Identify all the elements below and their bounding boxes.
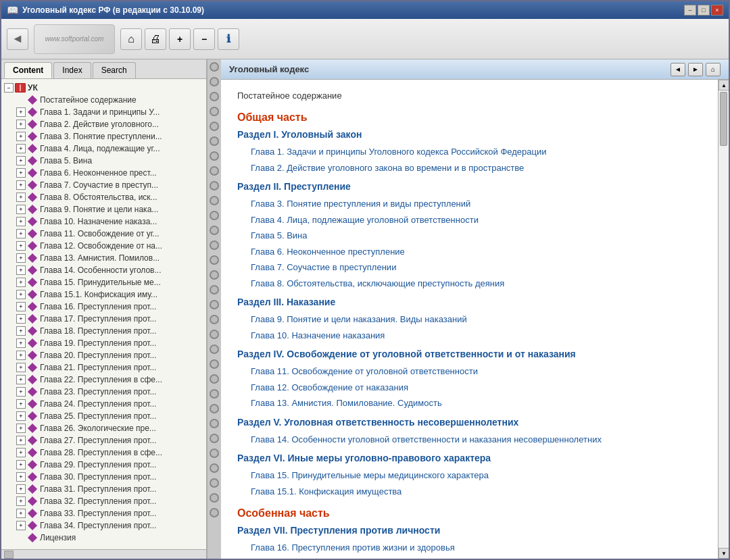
expand-btn-9[interactable]: +: [16, 205, 26, 214]
tree-item-0[interactable]: Постатейное содержание: [16, 94, 203, 106]
print-button[interactable]: 🖨: [145, 28, 166, 50]
section-2-link-3[interactable]: Глава 6. Неоконченное преступление: [237, 244, 702, 260]
tree-item-36[interactable]: Лицензия: [16, 532, 203, 544]
tree-item-19[interactable]: + Глава 18. Преступления прот...: [16, 325, 203, 337]
expand-btn-28[interactable]: +: [16, 436, 26, 445]
scroll-down-arrow[interactable]: ▼: [719, 548, 729, 559]
expand-btn-13[interactable]: +: [16, 253, 26, 263]
tree-item-20[interactable]: + Глава 19. Преступления прот...: [16, 337, 203, 349]
expand-btn-29[interactable]: +: [16, 448, 26, 457]
expand-btn-33[interactable]: +: [16, 497, 26, 506]
expand-btn-25[interactable]: +: [16, 399, 26, 409]
zoom-out-button[interactable]: −: [193, 28, 215, 50]
expand-btn-22[interactable]: +: [16, 363, 26, 372]
expand-btn-15[interactable]: +: [16, 278, 26, 287]
tree-item-10[interactable]: + Глава 10. Назначение наказа...: [16, 215, 203, 228]
tree-item-11[interactable]: + Глава 11. Освобождение от уг...: [16, 228, 203, 240]
section-3-link-0[interactable]: Глава 9. Понятие и цели наказания. Виды …: [237, 311, 702, 328]
section-1-link-1[interactable]: Глава 2. Действие уголовного закона во в…: [237, 160, 702, 176]
tree-item-29[interactable]: + Глава 28. Преступления в сфе...: [16, 447, 203, 459]
tree-item-21[interactable]: + Глава 20. Преступления прот...: [16, 349, 203, 361]
tree-item-31[interactable]: + Глава 30. Преступления прот...: [16, 471, 203, 483]
back-button[interactable]: ◄: [7, 28, 28, 50]
expand-btn-16[interactable]: +: [16, 290, 26, 299]
expand-btn-27[interactable]: +: [16, 424, 26, 433]
minimize-button[interactable]: –: [684, 5, 696, 16]
expand-btn-32[interactable]: +: [16, 484, 26, 494]
tree-item-22[interactable]: + Глава 21. Преступления прот...: [16, 361, 203, 374]
expand-btn-11[interactable]: +: [16, 229, 26, 238]
tree-item-34[interactable]: + Глава 33. Преступления прот...: [16, 507, 203, 519]
tree-item-18[interactable]: + Глава 17. Преступления прот...: [16, 313, 203, 325]
tree-item-7[interactable]: + Глава 7. Соучастие в преступ...: [16, 179, 203, 191]
section-3-link-1[interactable]: Глава 10. Назначение наказания: [237, 328, 702, 344]
section-2-link-2[interactable]: Глава 5. Вина: [237, 228, 702, 244]
info-button[interactable]: ℹ: [218, 28, 239, 50]
special-section-7-link-1[interactable]: Глава 18. Преступления против половой не…: [237, 556, 702, 559]
tree-item-27[interactable]: + Глава 26. Экологические пре...: [16, 422, 203, 434]
section-6-link-1[interactable]: Глава 15.1. Конфискация имущества: [237, 484, 702, 500]
section-5-link-0[interactable]: Глава 14. Особенности уголовной ответств…: [237, 432, 702, 448]
section-4-link-1[interactable]: Глава 12. Освобождение от наказания: [237, 380, 702, 396]
tree-item-33[interactable]: + Глава 32. Преступления прот...: [16, 495, 203, 507]
expand-btn-14[interactable]: +: [16, 265, 26, 275]
section-6-link-0[interactable]: Глава 15. Принудительные меры медицинско…: [237, 467, 702, 484]
nav-forward-button[interactable]: ►: [688, 63, 703, 76]
nav-home-button[interactable]: ⌂: [706, 63, 721, 76]
section-4-link-0[interactable]: Глава 11. Освобождение от уголовной отве…: [237, 363, 702, 380]
tree-item-23[interactable]: + Глава 22. Преступления в сфе...: [16, 374, 203, 386]
tree-item-5[interactable]: + Глава 5. Вина: [16, 155, 203, 167]
expand-btn-18[interactable]: +: [16, 314, 26, 324]
expand-btn-24[interactable]: +: [16, 387, 26, 397]
expand-btn-2[interactable]: +: [16, 120, 26, 129]
tree-item-17[interactable]: + Глава 16. Преступления прот...: [16, 301, 203, 313]
tab-search[interactable]: Search: [93, 62, 136, 78]
home-button[interactable]: ⌂: [120, 28, 142, 50]
tree-item-15[interactable]: + Глава 15. Принудительные ме...: [16, 276, 203, 288]
tree-item-14[interactable]: + Глава 14. Особенности уголов...: [16, 264, 203, 276]
zoom-in-button[interactable]: +: [169, 28, 191, 50]
expand-btn-3[interactable]: +: [16, 132, 26, 141]
tree-horizontal-scrollbar[interactable]: [1, 549, 206, 559]
scroll-thumb[interactable]: [720, 92, 727, 146]
section-2-link-0[interactable]: Глава 3. Понятие преступления и виды пре…: [237, 196, 702, 212]
tree-item-13[interactable]: + Глава 13. Амнистия. Помилов...: [16, 252, 203, 264]
expand-btn-35[interactable]: +: [16, 521, 26, 530]
expand-btn-8[interactable]: +: [16, 193, 26, 202]
right-scrollbar[interactable]: ▲ ▼: [718, 80, 729, 559]
close-button[interactable]: ×: [711, 5, 723, 16]
tree-item-12[interactable]: + Глава 12. Освобождение от на...: [16, 240, 203, 252]
expand-btn-6[interactable]: +: [16, 168, 26, 178]
tree-item-3[interactable]: + Глава 3. Понятие преступлени...: [16, 130, 203, 143]
tree-item-25[interactable]: + Глава 24. Преступления прот...: [16, 398, 203, 410]
tree-item-8[interactable]: + Глава 8. Обстоятельства, иск...: [16, 191, 203, 203]
expand-btn-31[interactable]: +: [16, 472, 26, 482]
expand-btn-20[interactable]: +: [16, 338, 26, 348]
section-2-link-5[interactable]: Глава 8. Обстоятельства, исключающие пре…: [237, 276, 702, 292]
expand-btn-17[interactable]: +: [16, 302, 26, 311]
expand-btn-34[interactable]: +: [16, 509, 26, 518]
tree-item-32[interactable]: + Глава 31. Преступления прот...: [16, 483, 203, 495]
tree-item-24[interactable]: + Глава 23. Преступления прот...: [16, 386, 203, 398]
tree-item-30[interactable]: + Глава 29. Преступления прот...: [16, 459, 203, 471]
expand-btn-21[interactable]: +: [16, 351, 26, 360]
section-4-link-2[interactable]: Глава 13. Амнистия. Помилование. Судимос…: [237, 395, 702, 411]
tree-item-26[interactable]: + Глава 25. Преступления прот...: [16, 410, 203, 422]
expand-btn-26[interactable]: +: [16, 411, 26, 421]
tree-item-6[interactable]: + Глава 6. Неоконченное прест...: [16, 167, 203, 179]
tree-item-2[interactable]: + Глава 2. Действие уголовного...: [16, 118, 203, 130]
tab-content[interactable]: Content: [4, 62, 52, 78]
section-1-link-0[interactable]: Глава 1. Задачи и принципы Уголовного ко…: [237, 144, 702, 160]
expand-btn-1[interactable]: +: [16, 107, 26, 117]
special-section-7-link-0[interactable]: Глава 16. Преступления против жизни и зд…: [237, 540, 702, 556]
root-expand-btn[interactable]: −: [4, 83, 14, 93]
tree-item-16[interactable]: + Глава 15.1. Конфискация иму...: [16, 288, 203, 301]
tree-item-1[interactable]: + Глава 1. Задачи и принципы У...: [16, 106, 203, 118]
tab-index[interactable]: Index: [53, 62, 91, 78]
expand-btn-12[interactable]: +: [16, 241, 26, 251]
expand-btn-4[interactable]: +: [16, 144, 26, 153]
maximize-button[interactable]: □: [698, 5, 710, 16]
expand-btn-30[interactable]: +: [16, 460, 26, 469]
scroll-up-arrow[interactable]: ▲: [719, 80, 729, 91]
expand-btn-23[interactable]: +: [16, 375, 26, 384]
